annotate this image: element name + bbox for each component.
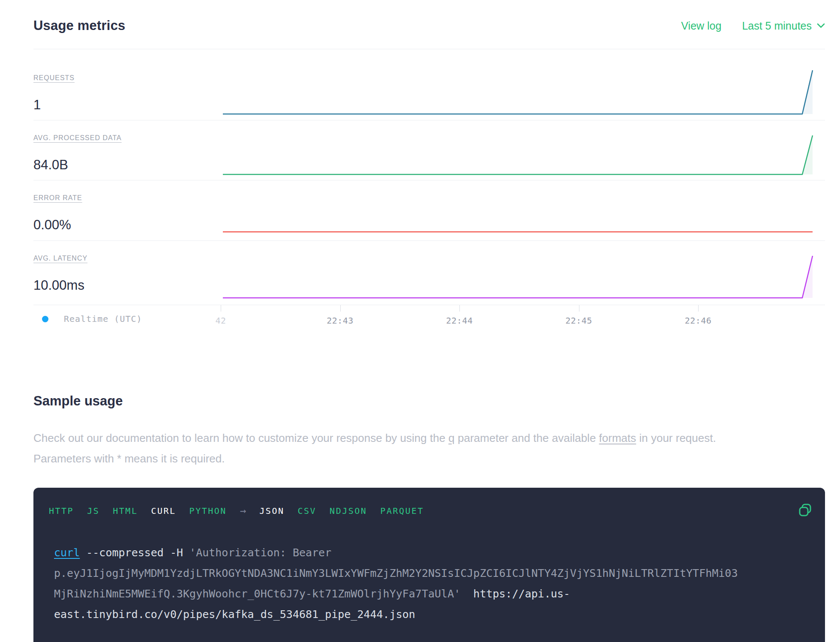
code-line: p.eyJ1IjogIjMyMDM1YzdjLTRkOGYtNDA3NC1iNm… [54, 563, 805, 584]
tab-curl[interactable]: CURL [151, 506, 176, 516]
code-token: 'Authorization: Bearer [189, 546, 331, 559]
usage-metrics-header: Usage metrics View log Last 5 minutes [33, 0, 825, 49]
code-line: MjRiNzhiNmE5MWEifQ.3KgyhWoohcr_0HCt6J7y-… [54, 584, 805, 604]
legend-label: Realtime (UTC) [64, 314, 142, 324]
metrics-list: REQUESTS 1 AVG. PROCESSED DATA 84.0B ERR… [33, 49, 825, 305]
metric-value: 84.0B [33, 157, 68, 173]
metric-row: AVG. LATENCY 10.00ms [33, 241, 825, 305]
code-token: --compressed -H [80, 546, 189, 559]
page-content: Usage metrics View log Last 5 minutes RE… [33, 0, 825, 642]
metric-label: AVG. LATENCY [33, 255, 87, 262]
description-text: Check out our documentation to learn how… [33, 432, 448, 444]
page-title: Usage metrics [33, 18, 126, 33]
code-panel: HTTPJSHTMLCURLPYTHON→JSONCSVNDJSONPARQUE… [33, 488, 825, 642]
time-range-dropdown[interactable]: Last 5 minutes [742, 20, 825, 32]
axis-tick [221, 305, 221, 312]
tab-parquet[interactable]: PARQUET [380, 506, 424, 516]
code-token-command: curl [54, 546, 80, 559]
tab-ndjson[interactable]: NDJSON [330, 506, 367, 516]
axis-tick [340, 305, 341, 312]
code-tabs: HTTPJSHTMLCURLPYTHON→JSONCSVNDJSONPARQUE… [33, 488, 825, 517]
description-text: in your request. [636, 432, 716, 444]
code-token: p.eyJ1IjogIjMyMDM1YzdjLTRkOGYtNDA3NC1iNm… [54, 567, 738, 579]
tab-html[interactable]: HTML [113, 506, 138, 516]
code-token [460, 588, 473, 600]
doc-link[interactable]: formats [599, 432, 636, 444]
code-token: east.tinybird.co/v0/pipes/kafka_ds_53468… [54, 608, 415, 621]
metric-value: 0.00% [33, 217, 71, 233]
axis-label: 22:45 [565, 315, 592, 326]
metric-label: AVG. PROCESSED DATA [33, 134, 122, 142]
metric-row: ERROR RATE 0.00% [33, 180, 825, 241]
sparkline [222, 180, 814, 240]
legend-dot-icon [42, 316, 48, 322]
tab-python[interactable]: PYTHON [189, 506, 227, 516]
sparkline [222, 120, 814, 180]
tab-csv[interactable]: CSV [297, 506, 316, 516]
sample-description: Check out our documentation to learn how… [33, 428, 825, 469]
axis-label: 22:46 [685, 315, 712, 326]
sample-usage-title: Sample usage [33, 393, 825, 409]
view-log-link[interactable]: View log [681, 20, 721, 32]
metric-row: REQUESTS 1 [33, 49, 825, 120]
code-snippet[interactable]: curl --compressed -H 'Authorization: Bea… [33, 517, 825, 625]
doc-link[interactable]: q [448, 432, 454, 444]
code-line: east.tinybird.co/v0/pipes/kafka_ds_53468… [54, 604, 805, 625]
sparkline [222, 240, 814, 305]
tab-http[interactable]: HTTP [49, 506, 74, 516]
metric-label: REQUESTS [33, 74, 75, 82]
axis-tick [698, 305, 699, 312]
axis-label: 42 [215, 315, 226, 326]
tab-js[interactable]: JS [87, 506, 99, 516]
copy-button[interactable] [797, 501, 814, 519]
metric-value: 1 [33, 97, 41, 113]
tab-json[interactable]: JSON [259, 506, 284, 516]
chart-legend: Realtime (UTC) [42, 314, 142, 324]
description-text: parameter and the available [455, 432, 599, 444]
arrow-right-icon: → [240, 505, 246, 517]
header-actions: View log Last 5 minutes [681, 20, 825, 32]
code-line: curl --compressed -H 'Authorization: Bea… [54, 543, 805, 563]
time-range-label: Last 5 minutes [742, 20, 812, 32]
metric-label: ERROR RATE [33, 194, 82, 202]
code-token: MjRiNzhiNmE5MWEifQ.3KgyhWoohcr_0HCt6J7y-… [54, 588, 460, 600]
chevron-down-icon [817, 23, 825, 30]
copy-icon [797, 513, 814, 520]
sparkline [222, 49, 814, 120]
axis-label: 22:44 [446, 315, 473, 326]
metric-row: AVG. PROCESSED DATA 84.0B [33, 120, 825, 180]
description-text: Parameters with * means it is required. [33, 452, 225, 465]
code-token: https://api.us- [473, 588, 570, 600]
axis-tick [579, 305, 579, 312]
axis-tick [459, 305, 460, 312]
time-axis: Realtime (UTC) 4222:4322:4422:4522:46 [33, 305, 825, 339]
metric-value: 10.00ms [33, 278, 84, 293]
axis-label: 22:43 [327, 315, 354, 326]
